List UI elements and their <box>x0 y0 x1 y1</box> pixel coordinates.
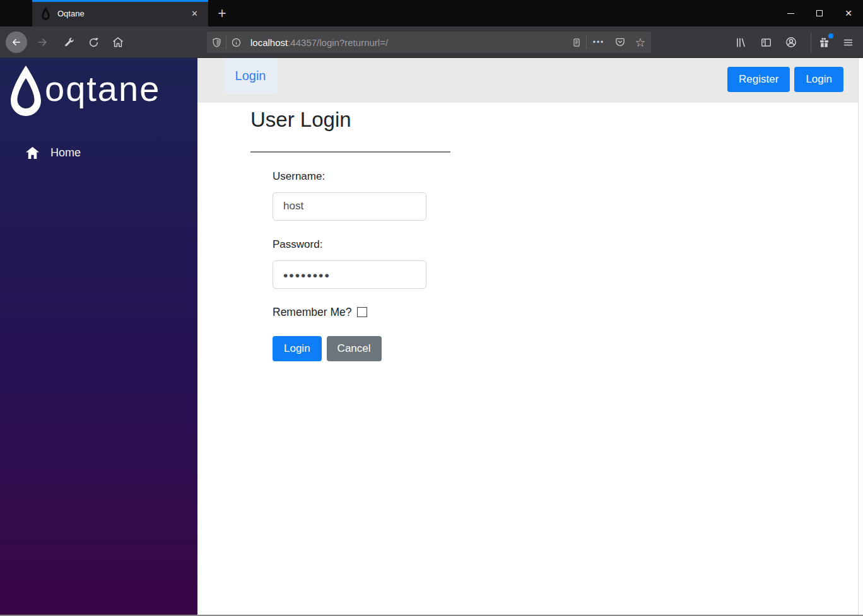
password-label: Password: <box>273 238 858 251</box>
account-icon <box>785 36 797 49</box>
tracking-protection-button[interactable] <box>207 37 226 48</box>
close-window-button[interactable]: ✕ <box>834 0 863 26</box>
login-panel: User Login Username: Password: Remember … <box>197 103 858 361</box>
minimize-icon <box>787 13 794 14</box>
url-path: :44357/login?returnurl=/ <box>288 37 388 48</box>
reload-button[interactable] <box>86 35 101 50</box>
browser-tab[interactable]: Oqtane ✕ <box>32 0 208 26</box>
window-controls: ✕ <box>776 0 863 26</box>
wrench-icon <box>63 37 75 49</box>
remember-me-label: Remember Me? <box>273 306 351 319</box>
login-form: Username: Password: Remember Me? Login C… <box>273 170 858 361</box>
home-button[interactable] <box>110 35 126 50</box>
cancel-button[interactable]: Cancel <box>327 336 382 361</box>
site-sidebar: oqtane Home <box>0 58 197 615</box>
close-icon: ✕ <box>845 8 852 18</box>
auth-buttons: Register Login <box>727 67 843 92</box>
page-title: User Login <box>250 107 858 132</box>
tab-title: Oqtane <box>57 9 189 18</box>
info-icon <box>231 37 242 48</box>
nav-item-login-label: Login <box>235 69 266 83</box>
page-header: Login Register Login <box>197 58 858 103</box>
main-page: Login Register Login User Login Username… <box>197 58 858 615</box>
oqtane-favicon <box>41 7 50 20</box>
browser-window: Oqtane ✕ + ✕ <box>0 0 863 616</box>
reader-mode-button[interactable] <box>567 37 586 48</box>
reader-mode-icon <box>572 37 582 48</box>
library-icon <box>735 37 747 49</box>
login-button[interactable]: Login <box>273 336 322 361</box>
tab-strip: Oqtane ✕ + ✕ <box>0 0 863 26</box>
new-tab-button[interactable]: + <box>212 3 232 23</box>
back-arrow-icon <box>11 37 22 48</box>
gift-icon <box>818 37 830 49</box>
maximize-button[interactable] <box>805 0 834 26</box>
maximize-icon <box>816 10 823 16</box>
pocket-icon <box>614 37 626 48</box>
home-icon <box>112 36 124 49</box>
shield-icon <box>211 37 222 48</box>
customize-button[interactable] <box>61 35 76 50</box>
register-button[interactable]: Register <box>727 67 790 92</box>
sidebar-toggle-button[interactable] <box>758 35 773 50</box>
remember-me-checkbox[interactable] <box>357 307 367 317</box>
house-icon <box>25 146 40 160</box>
oqtane-droplet-icon <box>10 65 42 117</box>
password-input[interactable] <box>273 260 426 289</box>
bookmark-button[interactable]: ☆ <box>630 35 651 50</box>
title-rule <box>250 151 450 153</box>
account-button[interactable] <box>784 35 799 50</box>
url-text[interactable]: localhost:44357/login?returnurl=/ <box>250 37 567 48</box>
toolbar-divider <box>811 32 811 52</box>
url-host: localhost <box>250 37 288 48</box>
forward-button[interactable] <box>35 35 50 50</box>
header-login-button[interactable]: Login <box>794 67 843 92</box>
remember-me-row: Remember Me? <box>273 306 858 319</box>
form-buttons: Login Cancel <box>273 336 858 361</box>
username-label: Username: <box>273 170 858 183</box>
address-bar[interactable]: localhost:44357/login?returnurl=/ ••• <box>207 32 651 53</box>
page-actions-button[interactable]: ••• <box>587 38 611 47</box>
site-info-button[interactable] <box>226 37 245 48</box>
hamburger-icon <box>842 37 854 49</box>
sidebar-toggle-icon <box>760 37 772 49</box>
library-button[interactable] <box>733 35 748 50</box>
logo-text: oqtane <box>45 71 160 110</box>
page-content: oqtane Home Login Register Login <box>0 58 863 615</box>
navigation-toolbar: localhost:44357/login?returnurl=/ ••• <box>0 26 863 58</box>
username-input[interactable] <box>273 192 426 221</box>
tab-close-icon[interactable]: ✕ <box>189 8 201 20</box>
notification-dot <box>828 33 833 38</box>
minimize-button[interactable] <box>776 0 805 26</box>
reload-icon <box>88 37 100 49</box>
star-icon: ☆ <box>635 35 645 50</box>
whats-new-button[interactable] <box>816 35 831 50</box>
scrollbar[interactable] <box>858 58 863 615</box>
sidebar-item-home[interactable]: Home <box>0 146 197 160</box>
forward-arrow-icon <box>36 36 49 49</box>
ellipsis-icon: ••• <box>593 38 605 47</box>
pocket-button[interactable] <box>611 37 630 48</box>
back-button[interactable] <box>6 32 27 53</box>
nav-item-login[interactable]: Login <box>223 58 278 94</box>
sidebar-item-label: Home <box>50 146 81 160</box>
site-logo[interactable]: oqtane <box>10 65 197 117</box>
menu-button[interactable] <box>840 35 855 50</box>
